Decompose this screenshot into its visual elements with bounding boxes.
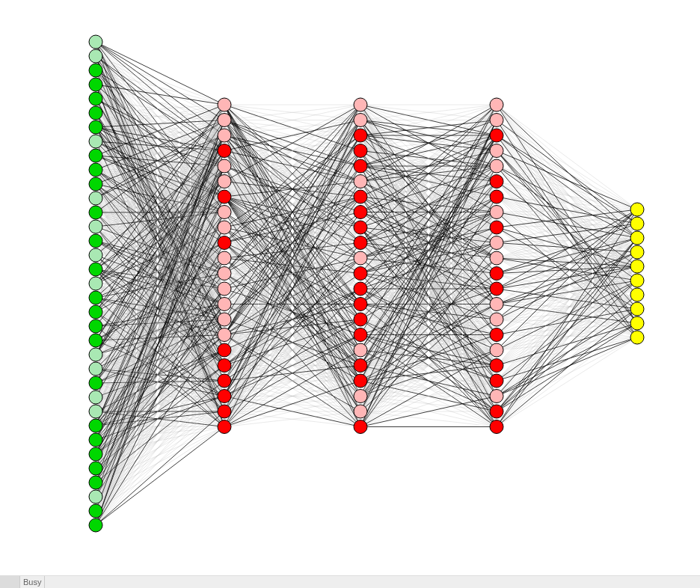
hidden2-node-19 [354,390,367,403]
hidden3-node-5 [490,175,503,189]
hidden2-node-6 [354,190,367,203]
svg-line-1643 [497,166,637,238]
hidden2-node-12 [354,282,367,295]
input-node-13 [89,220,102,233]
hidden2-node-4 [354,159,367,173]
edges-group [96,42,637,525]
hidden1-node-16 [218,343,231,357]
status-bar: Busy [0,575,700,588]
hidden1-node-19 [218,390,231,403]
input-node-3 [89,78,102,91]
hidden2-node-1 [354,114,367,127]
input-node-18 [89,291,102,304]
input-node-27 [89,419,102,432]
output-node-9 [630,331,644,344]
hidden2-node-17 [354,359,367,373]
hidden3-node-1 [490,114,503,127]
hidden2-node-2 [354,129,367,142]
svg-line-1604 [497,105,637,224]
input-node-22 [89,348,102,361]
input-node-11 [89,192,102,205]
hidden3-node-0 [490,98,503,111]
hidden2-node-14 [354,313,367,326]
output-node-5 [630,274,644,287]
hidden3-node-12 [490,282,503,295]
hidden2-node-7 [354,206,367,219]
svg-line-1803 [497,295,637,427]
hidden1-node-2 [218,129,231,142]
hidden2-node-3 [354,144,367,158]
hidden3-node-13 [490,298,503,311]
hidden2-node-13 [354,298,367,311]
hidden1-node-7 [218,206,231,219]
hidden3-node-19 [490,390,503,403]
hidden3-node-9 [490,236,503,250]
hidden1-node-13 [218,298,231,311]
hidden1-node-0 [218,98,231,111]
hidden1-node-11 [218,267,231,281]
input-node-25 [89,391,102,404]
svg-line-1583 [360,411,497,427]
input-node-6 [89,120,102,134]
input-node-34 [89,518,102,532]
hidden1-node-17 [218,359,231,373]
hidden2-node-9 [354,236,367,250]
hidden1-node-14 [218,313,231,326]
hidden2-node-15 [354,328,367,342]
hidden1-node-9 [218,236,231,250]
hidden3-node-2 [490,129,503,142]
input-node-14 [89,234,102,248]
input-node-19 [89,305,102,319]
hidden2-node-10 [354,251,367,265]
input-node-15 [89,248,102,262]
hidden3-node-6 [490,190,503,203]
hidden3-node-4 [490,159,503,173]
input-node-20 [89,319,102,333]
output-node-6 [630,288,644,301]
hidden1-node-6 [218,190,231,203]
input-node-1 [89,49,102,63]
hidden1-node-4 [218,159,231,173]
input-node-12 [89,206,102,219]
output-node-7 [630,302,644,316]
output-node-1 [630,217,644,230]
hidden1-node-21 [218,420,231,434]
hidden3-node-8 [490,221,503,234]
hidden1-node-3 [218,144,231,158]
input-node-0 [89,35,102,49]
input-node-31 [89,476,102,489]
input-node-17 [89,277,102,290]
hidden2-node-0 [354,98,367,111]
input-node-26 [89,405,102,418]
hidden2-node-16 [354,343,367,357]
output-node-3 [630,245,644,259]
output-node-2 [630,231,644,245]
hidden3-node-16 [490,343,503,357]
hidden3-node-14 [490,313,503,326]
hidden2-node-5 [354,175,367,189]
input-node-9 [89,163,102,177]
hidden3-node-15 [490,328,503,342]
network-diagram [0,0,700,576]
input-node-2 [89,64,102,77]
input-node-23 [89,362,102,376]
hidden1-node-8 [218,221,231,234]
input-node-16 [89,263,102,276]
hidden3-node-20 [490,405,503,418]
svg-line-1632 [497,151,637,224]
hidden2-node-18 [354,374,367,388]
hidden1-node-15 [218,328,231,342]
hidden3-node-21 [490,420,503,434]
output-node-4 [630,260,644,273]
svg-line-1629 [497,135,637,323]
hidden2-node-21 [354,420,367,434]
hidden3-node-7 [490,206,503,219]
output-node-0 [630,203,644,216]
input-node-33 [89,504,102,518]
input-node-29 [89,447,102,461]
input-node-30 [89,462,102,475]
input-node-8 [89,149,102,162]
output-node-8 [630,316,644,330]
input-node-28 [89,433,102,447]
input-node-10 [89,177,102,191]
